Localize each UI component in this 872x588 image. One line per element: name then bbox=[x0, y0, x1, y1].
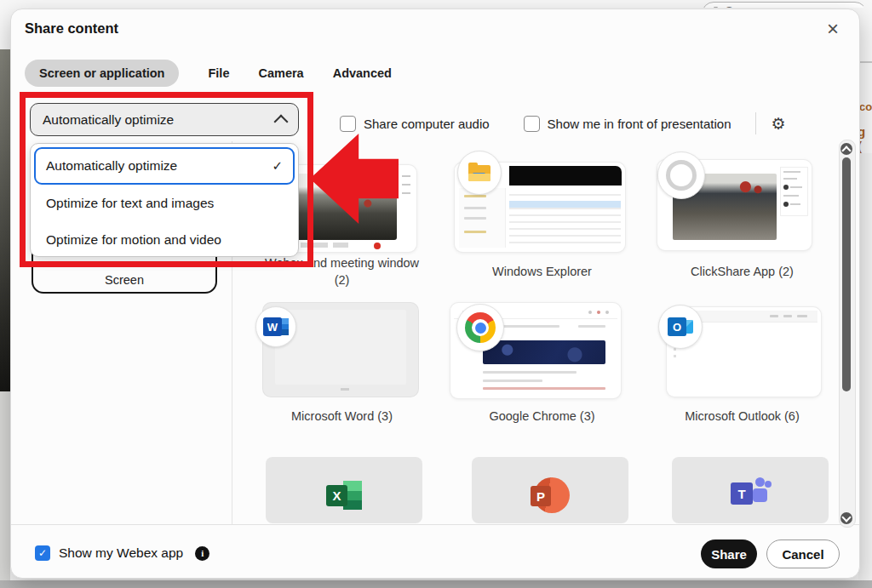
footer-divider bbox=[11, 524, 859, 525]
close-icon[interactable]: × bbox=[820, 16, 846, 42]
tab-file[interactable]: File bbox=[208, 66, 229, 80]
footer-left: ✓ Show my Webex app i bbox=[35, 545, 209, 561]
scrollbar-up-icon[interactable] bbox=[840, 143, 852, 155]
teams-icon: T bbox=[729, 477, 772, 511]
tab-camera[interactable]: Camera bbox=[258, 66, 303, 80]
options-row: Share computer audio Show me in front of… bbox=[340, 108, 786, 139]
explorer-titlebar bbox=[509, 166, 622, 186]
explorer-selected-row bbox=[509, 201, 621, 208]
explorer-nav-pane bbox=[459, 188, 506, 248]
folder-icon bbox=[457, 151, 502, 195]
chrome-icon bbox=[456, 304, 504, 351]
background-desktop-strip bbox=[0, 49, 10, 391]
share-content-dialog: Share content × Screen or application Fi… bbox=[10, 9, 860, 579]
share-computer-audio-checkbox[interactable] bbox=[340, 116, 356, 132]
excel-icon: X bbox=[324, 477, 364, 513]
share-button[interactable]: Share bbox=[701, 539, 757, 568]
show-me-checkbox[interactable] bbox=[524, 116, 540, 132]
scrollbar-down-icon[interactable] bbox=[840, 512, 852, 524]
show-me-label: Show me in front of presentation bbox=[548, 117, 731, 131]
background-right-strip bbox=[858, 153, 872, 580]
app-tile-excel[interactable]: X bbox=[266, 457, 422, 523]
background-search-text: Sear bbox=[726, 4, 749, 8]
app-tile-powerpoint[interactable]: P bbox=[472, 457, 628, 523]
outlook-icon: O bbox=[658, 305, 703, 349]
app-tile-label: ClickShare App (2) bbox=[646, 263, 838, 280]
background-text-fragment: co bbox=[859, 100, 872, 113]
app-tile-label: Microsoft Outlook (6) bbox=[646, 408, 838, 425]
annotation-red-box bbox=[20, 92, 313, 267]
share-computer-audio-label: Share computer audio bbox=[364, 117, 490, 131]
tab-bar: Screen or application File Camera Advanc… bbox=[25, 59, 392, 88]
search-icon bbox=[711, 7, 720, 8]
powerpoint-icon: P bbox=[531, 477, 570, 515]
tab-advanced[interactable]: Advanced bbox=[333, 66, 392, 80]
cancel-button[interactable]: Cancel bbox=[766, 539, 840, 568]
chrome-banner-image bbox=[483, 340, 605, 364]
app-tile-teams[interactable]: T bbox=[672, 457, 829, 523]
app-tile-label: Windows Explorer bbox=[446, 263, 638, 280]
background-desktop-strip-lower bbox=[0, 391, 10, 580]
scrollbar-thumb[interactable] bbox=[842, 157, 851, 391]
screen-tile-label: Screen bbox=[33, 273, 215, 287]
scrollbar[interactable] bbox=[839, 140, 856, 528]
word-icon: W bbox=[255, 306, 296, 347]
background-taskbar-edge bbox=[0, 580, 872, 588]
record-dot bbox=[374, 243, 381, 249]
explorer-file-list bbox=[509, 189, 621, 248]
app-tile-label: Google Chrome (3) bbox=[446, 408, 638, 425]
background-search-field: Sear bbox=[700, 0, 863, 8]
info-icon[interactable]: i bbox=[195, 546, 209, 561]
clickshare-ring-icon bbox=[657, 151, 705, 199]
show-my-webex-checkbox[interactable]: ✓ bbox=[35, 545, 50, 561]
show-my-webex-label: Show my Webex app bbox=[59, 545, 183, 561]
gear-icon[interactable]: ⚙ bbox=[772, 116, 786, 132]
clickshare-side-panel bbox=[780, 167, 808, 216]
dialog-title: Share content bbox=[25, 20, 118, 37]
background-window-edge bbox=[858, 61, 872, 63]
tab-screen-or-application[interactable]: Screen or application bbox=[25, 60, 179, 87]
app-tile-label: Microsoft Word (3) bbox=[246, 408, 438, 425]
divider bbox=[755, 112, 756, 134]
